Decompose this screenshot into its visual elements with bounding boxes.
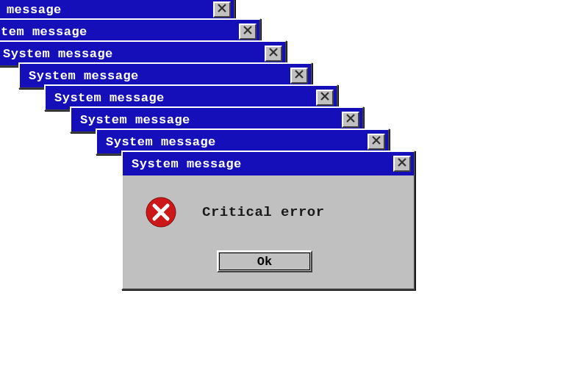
close-button[interactable] <box>213 1 231 18</box>
close-button[interactable] <box>239 23 257 40</box>
error-icon <box>145 196 177 228</box>
titlebar[interactable]: System message <box>123 152 414 175</box>
close-icon <box>218 3 226 16</box>
titlebar-text: System message <box>0 3 62 17</box>
close-icon <box>372 135 381 148</box>
titlebar-text: System message <box>132 157 242 171</box>
close-icon <box>243 25 252 38</box>
close-button[interactable] <box>290 68 308 84</box>
titlebar-text: System message <box>0 25 87 39</box>
ok-button[interactable]: Ok <box>217 250 312 272</box>
close-button[interactable] <box>265 46 282 62</box>
close-button[interactable] <box>342 112 359 128</box>
close-icon <box>346 113 355 126</box>
titlebar-text: System message <box>80 113 190 127</box>
ok-button-label: Ok <box>257 255 272 269</box>
titlebar-text: System message <box>3 47 113 61</box>
titlebar-text: System message <box>29 69 139 83</box>
titlebar-text: System message <box>54 91 165 105</box>
close-button[interactable] <box>316 90 334 106</box>
message-row: Critical error <box>145 196 399 228</box>
close-button[interactable] <box>368 134 385 150</box>
titlebar-text: System message <box>106 135 216 149</box>
close-icon <box>269 47 278 60</box>
close-icon <box>320 91 329 104</box>
system-message-dialog: System messageCritical errorOk <box>121 151 415 290</box>
dialog-body: Critical errorOk <box>123 175 414 289</box>
button-row: Ok <box>145 250 399 272</box>
message-text: Critical error <box>202 204 325 220</box>
close-button[interactable] <box>393 156 411 172</box>
close-icon <box>398 157 406 170</box>
close-icon <box>295 69 304 82</box>
